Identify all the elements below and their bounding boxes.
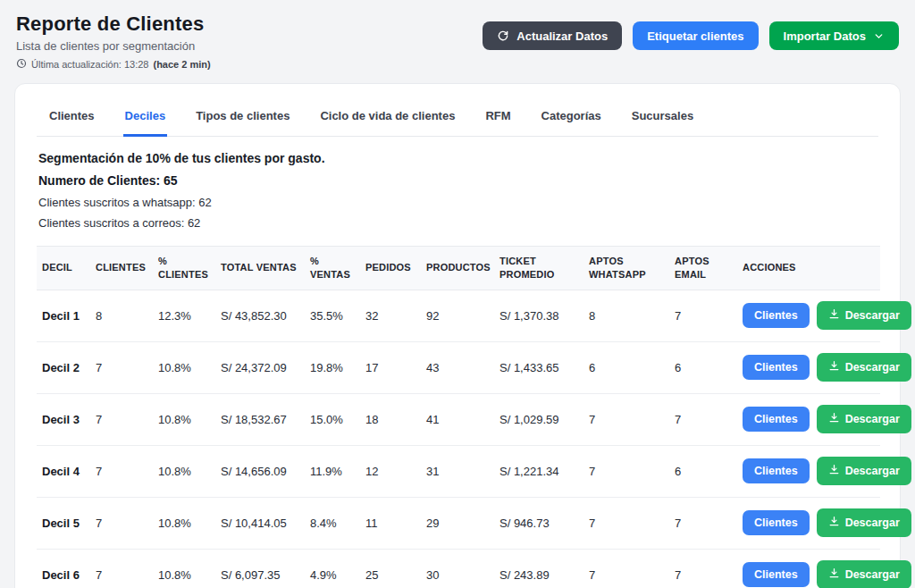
col-aptos-whatsapp: Aptos Whatsapp <box>583 247 669 290</box>
last-update-text: Última actualización: 13:28 <box>31 59 148 70</box>
table-row: Decil 4 7 10.8% S/ 14,656.09 11.9% 12 31… <box>37 445 880 497</box>
import-data-button[interactable]: Importar Datos <box>769 21 899 50</box>
row-descargar-button[interactable]: Descargar <box>817 405 911 433</box>
page-title: Reporte de Clientes <box>16 13 211 36</box>
cell-decil: Decil 2 <box>37 341 90 393</box>
tab-deciles[interactable]: Deciles <box>123 104 168 137</box>
cell-aptos-email: 6 <box>669 341 737 393</box>
tab-tipos-de-clientes[interactable]: Tipos de clientes <box>194 104 291 137</box>
cell-decil: Decil 4 <box>37 445 90 497</box>
cell-ticket-promedio: S/ 1,029.59 <box>494 393 583 445</box>
table-row: Decil 1 8 12.3% S/ 43,852.30 35.5% 32 92… <box>37 290 880 341</box>
row-clientes-button[interactable]: Clientes <box>743 407 810 433</box>
cell-total-ventas: S/ 14,656.09 <box>215 445 305 497</box>
col-decil: Decil <box>37 247 90 290</box>
row-actions: Clientes Descargar <box>743 301 875 330</box>
download-icon <box>828 464 840 478</box>
table-header-row: Decil Clientes % Clientes Total Ventas %… <box>37 247 880 290</box>
cell-pedidos: 32 <box>360 290 421 341</box>
cell-aptos-email: 7 <box>669 497 737 549</box>
cell-pct-clientes: 10.8% <box>153 393 215 445</box>
chevron-down-icon <box>873 30 885 42</box>
row-clientes-button[interactable]: Clientes <box>743 562 810 588</box>
cell-total-ventas: S/ 24,372.09 <box>215 341 305 393</box>
cell-pct-clientes: 12.3% <box>153 290 215 341</box>
download-icon <box>828 516 840 530</box>
col-pct-ventas: % Ventas <box>305 247 360 290</box>
cell-ticket-promedio: S/ 243.89 <box>494 549 583 588</box>
row-descargar-button[interactable]: Descargar <box>817 457 911 485</box>
col-aptos-email: Aptos Email <box>669 247 737 290</box>
tab-rfm[interactable]: RFM <box>483 104 512 137</box>
cell-decil: Decil 1 <box>37 290 90 341</box>
col-total-ventas: Total Ventas <box>215 247 305 290</box>
cell-pedidos: 18 <box>360 393 421 445</box>
tag-clients-button[interactable]: Etiquetar clientes <box>633 21 758 50</box>
cell-aptos-email: 7 <box>669 393 737 445</box>
cell-productos: 30 <box>421 549 494 588</box>
clients-count: Numero de Clientes: 65 <box>38 173 877 188</box>
cell-decil: Decil 6 <box>37 549 90 588</box>
deciles-table: Decil Clientes % Clientes Total Ventas %… <box>37 246 880 588</box>
row-descargar-button[interactable]: Descargar <box>817 301 911 330</box>
cell-aptos-email: 6 <box>669 445 737 497</box>
cell-pedidos: 17 <box>360 341 421 393</box>
tab-bar: Clientes Deciles Tipos de clientes Ciclo… <box>37 104 878 137</box>
col-pedidos: Pedidos <box>360 247 421 290</box>
cell-ticket-promedio: S/ 1,221.34 <box>494 445 583 497</box>
refresh-data-button[interactable]: Actualizar Datos <box>483 21 622 50</box>
cell-clientes: 7 <box>90 549 153 588</box>
download-icon <box>828 412 840 426</box>
table-row: Decil 3 7 10.8% S/ 18,532.67 15.0% 18 41… <box>37 393 880 445</box>
cell-pct-clientes: 10.8% <box>153 445 215 497</box>
row-descargar-button[interactable]: Descargar <box>817 353 911 382</box>
cell-pct-ventas: 8.4% <box>305 497 360 549</box>
row-clientes-button[interactable]: Clientes <box>743 355 810 381</box>
row-actions: Clientes Descargar <box>743 353 875 382</box>
cell-total-ventas: S/ 6,097.35 <box>215 549 305 588</box>
cell-pct-ventas: 4.9% <box>305 549 360 588</box>
cell-productos: 43 <box>421 341 494 393</box>
last-update: Última actualización: 13:28 (hace 2 min) <box>16 58 211 71</box>
col-pct-clientes: % Clientes <box>153 247 215 290</box>
cell-clientes: 7 <box>90 497 153 549</box>
report-card: Clientes Deciles Tipos de clientes Ciclo… <box>14 83 901 588</box>
row-descargar-button[interactable]: Descargar <box>817 508 911 537</box>
cell-ticket-promedio: S/ 1,433.65 <box>494 341 583 393</box>
cell-clientes: 8 <box>90 290 153 341</box>
clock-icon <box>16 58 27 71</box>
row-actions: Clientes Descargar <box>743 508 875 537</box>
cell-total-ventas: S/ 18,532.67 <box>215 393 305 445</box>
row-clientes-button[interactable]: Clientes <box>743 458 810 484</box>
cell-aptos-whatsapp: 7 <box>583 445 669 497</box>
table-row: Decil 6 7 10.8% S/ 6,097.35 4.9% 25 30 S… <box>37 549 880 588</box>
col-acciones: Acciones <box>737 247 880 290</box>
tab-categorias[interactable]: Categorías <box>540 104 603 137</box>
table-row: Decil 2 7 10.8% S/ 24,372.09 19.8% 17 43… <box>37 341 880 393</box>
cell-pedidos: 25 <box>360 549 421 588</box>
cell-ticket-promedio: S/ 946.73 <box>494 497 583 549</box>
cell-pedidos: 12 <box>360 445 421 497</box>
row-clientes-button[interactable]: Clientes <box>743 510 810 536</box>
row-clientes-button[interactable]: Clientes <box>743 303 810 329</box>
cell-total-ventas: S/ 43,852.30 <box>215 290 305 341</box>
row-actions: Clientes Descargar <box>743 457 875 485</box>
cell-pct-ventas: 19.8% <box>305 341 360 393</box>
row-actions: Clientes Descargar <box>743 560 875 588</box>
download-icon <box>828 308 840 323</box>
tab-sucursales[interactable]: Sucursales <box>630 104 695 137</box>
cell-aptos-whatsapp: 7 <box>583 393 669 445</box>
cell-productos: 31 <box>421 445 494 497</box>
tab-clientes[interactable]: Clientes <box>47 104 97 137</box>
cell-pct-ventas: 15.0% <box>305 393 360 445</box>
cell-total-ventas: S/ 10,414.05 <box>215 497 305 549</box>
cell-aptos-whatsapp: 8 <box>583 290 669 341</box>
cell-clientes: 7 <box>90 445 153 497</box>
tab-ciclo-de-vida[interactable]: Ciclo de vida de clientes <box>318 104 457 137</box>
col-productos: Productos <box>421 247 494 290</box>
whatsapp-subscribers: Clientes suscritos a whatsapp: 62 <box>38 196 877 209</box>
table-row: Decil 5 7 10.8% S/ 10,414.05 8.4% 11 29 … <box>37 497 880 549</box>
download-icon <box>828 360 840 374</box>
last-update-ago: (hace 2 min) <box>153 59 210 70</box>
row-descargar-button[interactable]: Descargar <box>817 560 911 588</box>
